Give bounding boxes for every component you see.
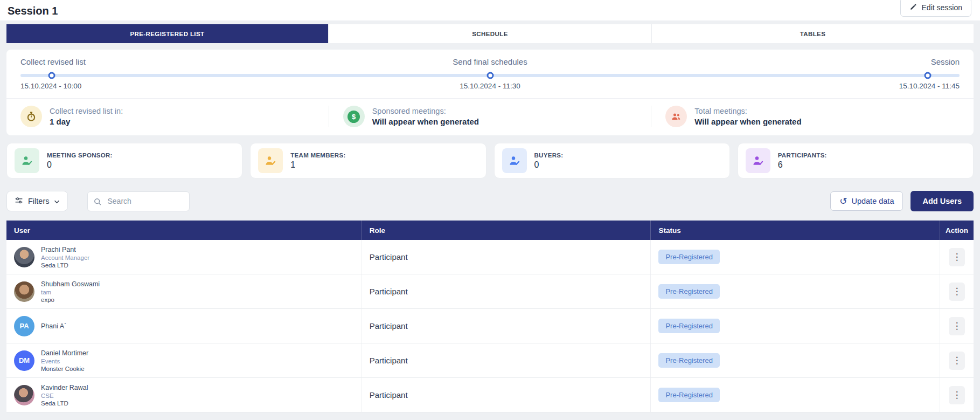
kebab-icon: ⋮ — [953, 390, 962, 400]
user-company: Seda LTD — [41, 400, 88, 407]
filters-button[interactable]: Filters — [6, 191, 68, 211]
table-row: Prachi Pant Account Manager Seda LTD Par… — [6, 240, 974, 274]
session-timeline-card: Collect revised list Send final schedule… — [6, 50, 974, 135]
timeline-marker — [48, 72, 55, 79]
user-title: Account Manager — [41, 254, 89, 261]
stat-label: BUYERS: — [534, 152, 564, 159]
table-row: Kavinder Rawal CSE Seda LTD Participant … — [6, 378, 974, 412]
tab-pre-registered-list[interactable]: PRE-REGISTERED LIST — [6, 24, 328, 43]
pencil-icon — [909, 3, 918, 12]
stat-buyers: BUYERS: 0 — [494, 143, 730, 178]
kebab-icon: ⋮ — [953, 286, 962, 297]
stat-value: 0 — [47, 160, 113, 170]
update-data-button[interactable]: ↺ Update data — [830, 191, 903, 211]
user-cell: Shubham Goswami tam expo — [6, 274, 362, 308]
user-company: Monster Cookie — [41, 366, 88, 372]
person-check-icon — [502, 148, 527, 173]
avatar — [14, 281, 34, 302]
person-check-icon — [258, 148, 283, 173]
user-title: tam — [41, 289, 100, 295]
kebab-icon: ⋮ — [953, 355, 962, 366]
tab-tables[interactable]: TABLES — [652, 24, 974, 43]
info-total-meetings: Total meetings: Will appear when generat… — [651, 106, 974, 127]
table-row: DM Daniel Mortimer Events Monster Cookie… — [6, 343, 974, 378]
tab-label: SCHEDULE — [472, 31, 508, 37]
status-badge: Pre-Registered — [658, 388, 719, 402]
info-label: Collect revised list in: — [50, 107, 123, 115]
role-value: Participant — [370, 287, 408, 296]
avatar — [14, 385, 34, 405]
stopwatch-icon — [20, 106, 42, 127]
avatar-initials: DM — [14, 350, 34, 371]
milestone-label: Session — [931, 57, 960, 66]
table-header: User Role Status Action — [6, 221, 974, 240]
refresh-icon: ↺ — [839, 197, 847, 206]
tab-label: PRE-REGISTERED LIST — [130, 31, 205, 37]
search-icon — [93, 197, 102, 206]
page-title: Session 1 — [8, 5, 971, 17]
timeline-track — [20, 74, 960, 77]
stat-participants: PARTICIPANTS: 6 — [738, 143, 974, 178]
user-cell: Prachi Pant Account Manager Seda LTD — [6, 240, 362, 274]
row-actions-button[interactable]: ⋮ — [949, 248, 965, 266]
stat-meeting-sponsor: MEETING SPONSOR: 0 — [6, 143, 242, 178]
stat-label: PARTICIPANTS: — [778, 152, 827, 159]
table-row: PA Phani A` Participant Pre-Registered ⋮ — [6, 309, 974, 343]
role-value: Participant — [370, 321, 408, 331]
add-users-button[interactable]: Add Users — [911, 191, 974, 211]
status-badge: Pre-Registered — [658, 250, 719, 264]
user-name: Daniel Mortimer — [41, 349, 88, 357]
milestone-label: Collect revised list — [20, 57, 86, 66]
column-header-status: Status — [650, 221, 940, 240]
session-info-strip: Collect revised list in: 1 day $ Sponsor… — [6, 98, 974, 135]
user-company: Seda LTD — [41, 262, 89, 268]
stats-row: MEETING SPONSOR: 0 TEAM MEMBERS: 1 BUYER… — [6, 143, 974, 178]
milestone-label: Send final schedules — [453, 57, 527, 66]
user-cell: Kavinder Rawal CSE Seda LTD — [6, 378, 362, 412]
filters-label: Filters — [28, 197, 49, 205]
user-name: Prachi Pant — [41, 246, 89, 253]
info-label: Total meetings: — [694, 107, 801, 115]
role-value: Participant — [370, 390, 408, 400]
role-value: Participant — [370, 252, 408, 261]
user-company: expo — [41, 297, 100, 303]
stat-value: 6 — [778, 160, 827, 170]
milestone-date: 15.10.2024 - 11:30 — [460, 82, 520, 90]
stat-label: MEETING SPONSOR: — [47, 152, 113, 159]
column-header-role: Role — [362, 221, 651, 240]
dollar-icon: $ — [343, 106, 365, 127]
status-badge: Pre-Registered — [658, 353, 719, 368]
role-value: Participant — [370, 356, 408, 365]
edit-session-button[interactable]: Edit session — [900, 0, 971, 17]
row-actions-button[interactable]: ⋮ — [949, 386, 965, 404]
user-title: Events — [41, 358, 88, 364]
chevron-down-icon — [54, 197, 60, 205]
user-cell: PA Phani A` — [6, 309, 362, 343]
row-actions-button[interactable]: ⋮ — [949, 317, 965, 335]
user-cell: DM Daniel Mortimer Events Monster Cookie — [6, 343, 362, 377]
info-collect-revised-list: Collect revised list in: 1 day — [6, 106, 329, 127]
stat-value: 1 — [290, 160, 345, 170]
info-value: Will appear when generated — [694, 117, 801, 126]
row-actions-button[interactable]: ⋮ — [949, 352, 965, 370]
avatar-initials: PA — [14, 316, 34, 336]
person-check-icon — [15, 148, 39, 173]
status-badge: Pre-Registered — [658, 319, 719, 333]
tab-bar: PRE-REGISTERED LIST SCHEDULE TABLES — [0, 24, 980, 43]
user-name: Phani A` — [41, 322, 66, 330]
row-actions-button[interactable]: ⋮ — [949, 283, 965, 301]
tab-schedule[interactable]: SCHEDULE — [329, 24, 651, 43]
column-header-action: Action — [940, 221, 974, 240]
timeline-marker — [486, 72, 494, 79]
search-input[interactable] — [87, 191, 190, 211]
user-name: Shubham Goswami — [41, 280, 100, 288]
kebab-icon: ⋮ — [953, 252, 962, 262]
info-sponsored-meetings: $ Sponsored meetings: Will appear when g… — [329, 106, 651, 127]
milestone-date: 15.10.2024 - 10:00 — [20, 82, 81, 90]
sliders-icon — [15, 196, 23, 206]
table-toolbar: Filters ↺ Update data Add Users — [6, 191, 974, 211]
edit-session-label: Edit session — [922, 3, 962, 12]
dollar-glyph: $ — [347, 111, 360, 123]
kebab-icon: ⋮ — [953, 321, 962, 331]
avatar — [14, 247, 34, 267]
